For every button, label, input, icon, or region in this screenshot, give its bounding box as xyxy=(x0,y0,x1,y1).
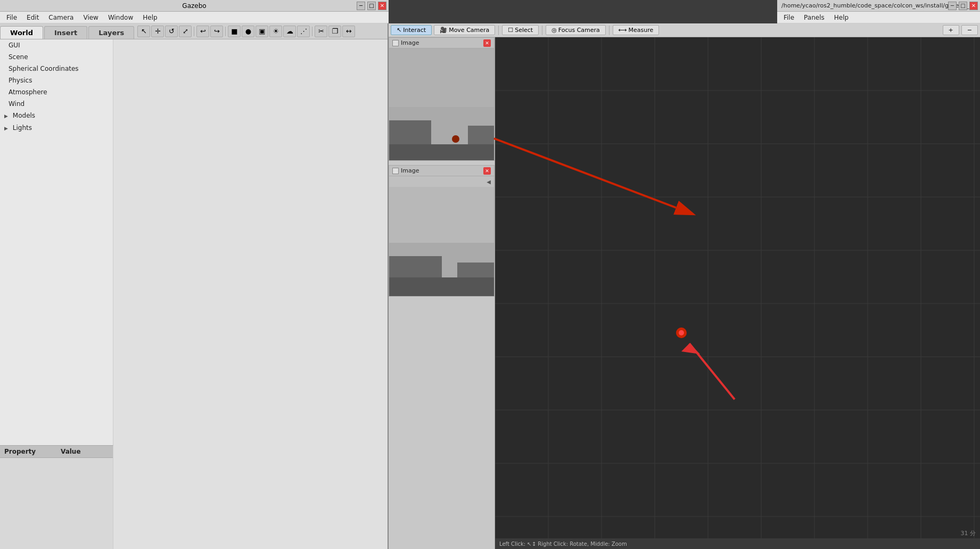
image-panel-2: Image ✕ ◀ xyxy=(389,165,495,297)
toolbar-redo[interactable]: ↪ xyxy=(210,26,223,37)
toolbar-light-dir[interactable]: ☁ xyxy=(283,26,296,37)
value-col-header: Value xyxy=(56,447,113,456)
svg-rect-28 xyxy=(495,37,980,549)
toolbar-copy[interactable]: ✂ xyxy=(315,26,327,37)
toolbar-undo[interactable]: ↩ xyxy=(196,26,209,37)
property-col-header: Property xyxy=(0,447,56,456)
tree-item-physics[interactable]: Physics xyxy=(0,75,113,86)
tree-item-lights[interactable]: ▶ Lights xyxy=(0,122,113,134)
tree-item-atmosphere[interactable]: Atmosphere xyxy=(0,86,113,98)
tree-item-gui[interactable]: GUI xyxy=(0,39,113,51)
tree-item-models[interactable]: ▶ Models xyxy=(0,110,113,122)
image-panel-1: Image ✕ xyxy=(389,37,495,161)
right-toolbar-sep-2 xyxy=(542,26,542,35)
img-panel-1-scene xyxy=(389,107,494,160)
tree-item-spherical[interactable]: Spherical Coordinates xyxy=(0,63,113,75)
img-panel-1-checkbox[interactable] xyxy=(392,40,399,46)
img-panel-1-body xyxy=(389,48,494,107)
measure-button[interactable]: ⟷ Measure xyxy=(613,25,660,35)
move-camera-icon: 🎥 xyxy=(440,27,447,34)
toolbar-translate[interactable]: ✛ xyxy=(151,26,164,37)
tab-insert[interactable]: Insert xyxy=(44,26,87,39)
close-button[interactable]: ✕ xyxy=(378,2,386,10)
left-titlebar-text: Gazebo xyxy=(182,2,206,10)
menu-edit[interactable]: Edit xyxy=(22,13,43,22)
world-tree: GUI Scene Spherical Coordinates Physics … xyxy=(0,39,113,445)
move-camera-button[interactable]: 🎥 Move Camera xyxy=(434,25,495,35)
img-panel-2-body xyxy=(389,187,494,243)
select-button[interactable]: ☐ Select xyxy=(502,25,539,35)
main-3d-scene xyxy=(495,37,980,549)
right-titlebar-path: /home/ycao/ros2_humble/code_space/colcon… xyxy=(781,2,976,9)
left-titlebar: Gazebo ─ □ ✕ xyxy=(0,0,389,12)
right-maximize-btn[interactable]: □ xyxy=(959,2,967,10)
plus-button[interactable]: + xyxy=(943,25,959,35)
properties-panel: Property Value xyxy=(0,445,113,549)
toolbar-paste[interactable]: ❐ xyxy=(328,26,341,37)
image-panels-column: Image ✕ Image ✕ xyxy=(389,37,495,549)
right-minimize-btn[interactable]: ─ xyxy=(948,2,957,10)
tree-item-wind[interactable]: Wind xyxy=(0,98,113,110)
minus-button[interactable]: − xyxy=(961,25,978,35)
toolbar-sep-1 xyxy=(194,27,194,36)
img-panel-2-collapse[interactable]: ◀ xyxy=(389,176,494,187)
img-panel-2-title: Image xyxy=(401,167,481,174)
tree-item-scene[interactable]: Scene xyxy=(0,51,113,63)
toolbar-cylinder[interactable]: ▣ xyxy=(256,26,268,37)
img-panel-1-title: Image xyxy=(401,39,481,46)
focus-camera-button[interactable]: ◎ Focus Camera xyxy=(546,25,606,35)
right-titlebar: /home/ycao/ros2_humble/code_space/colcon… xyxy=(777,0,980,12)
select-checkbox-icon: ☐ xyxy=(508,27,513,34)
right-toolbar-sep-1 xyxy=(498,26,499,35)
maximize-button[interactable]: □ xyxy=(367,2,376,10)
right-close-btn[interactable]: ✕ xyxy=(969,2,978,10)
toolbar-model[interactable]: ⋰ xyxy=(297,26,310,37)
focus-camera-icon: ◎ xyxy=(551,27,557,34)
toolbar-rotate[interactable]: ↺ xyxy=(165,26,178,37)
toolbar-select[interactable]: ↖ xyxy=(137,26,150,37)
tab-layers[interactable]: Layers xyxy=(88,26,134,39)
toolbar-box[interactable]: ■ xyxy=(228,26,241,37)
menu-help[interactable]: Help xyxy=(138,13,161,22)
toolbar-sep-2 xyxy=(225,27,226,36)
main-3d-viewport[interactable]: CSDN@界首大学 31 分 xyxy=(495,37,980,549)
toolbar-sep-3 xyxy=(312,27,312,36)
minimize-button[interactable]: ─ xyxy=(357,2,365,10)
menu-camera[interactable]: Camera xyxy=(44,13,78,22)
img-panel-2-scene xyxy=(389,243,494,296)
menu-file[interactable]: File xyxy=(2,13,21,22)
right-menu-bar: File Panels Help xyxy=(777,12,980,23)
right-menu-file[interactable]: File xyxy=(779,13,798,22)
img-panel-2-checkbox[interactable] xyxy=(392,168,399,174)
img-panel-2-close[interactable]: ✕ xyxy=(483,167,491,175)
right-toolbar: ↖ Interact 🎥 Move Camera ☐ Select ◎ Focu… xyxy=(389,23,980,37)
measure-icon: ⟷ xyxy=(619,27,627,34)
menu-window[interactable]: Window xyxy=(104,13,137,22)
right-toolbar-sep-3 xyxy=(609,26,610,35)
right-status-bar: Left Click: ↖↕ Right Click: Rotate, Midd… xyxy=(495,538,980,549)
interact-button[interactable]: ↖ Interact xyxy=(391,25,432,35)
collapse-arrow-icon: ◀ xyxy=(487,179,491,185)
toolbar-scale[interactable]: ⤢ xyxy=(179,26,192,37)
left-menu-bar: File Edit Camera View Window Help xyxy=(0,12,389,23)
toolbar-align[interactable]: ↔ xyxy=(342,26,355,37)
tree-arrow-lights: ▶ xyxy=(4,124,11,133)
right-menu-help[interactable]: Help xyxy=(830,13,853,22)
toolbar-sphere[interactable]: ● xyxy=(242,26,254,37)
tree-arrow-models: ▶ xyxy=(4,111,11,121)
right-menu-panels[interactable]: Panels xyxy=(800,13,829,22)
watermark-2: 31 分 xyxy=(961,529,976,537)
menu-view[interactable]: View xyxy=(79,13,102,22)
toolbar-light-point[interactable]: ☀ xyxy=(269,26,282,37)
right-status-text: Left Click: ↖↕ Right Click: Rotate, Midd… xyxy=(499,541,627,547)
img-panel-1-close[interactable]: ✕ xyxy=(483,39,491,47)
svg-point-49 xyxy=(679,330,684,335)
tab-world[interactable]: World xyxy=(0,26,43,39)
img-panel-gap xyxy=(389,161,495,165)
interact-icon: ↖ xyxy=(397,27,401,34)
